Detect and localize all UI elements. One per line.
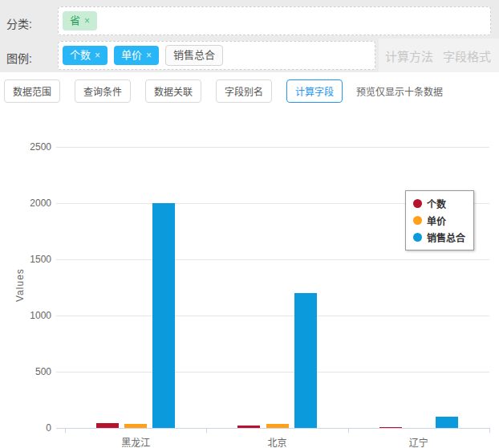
- legend-marker-icon: [413, 233, 422, 242]
- remove-tag-icon[interactable]: ×: [84, 11, 90, 31]
- remove-tag-icon[interactable]: ×: [95, 46, 100, 65]
- bar-chart: Values 05001000150020002500黑龙江北京辽宁 个数 单价…: [0, 128, 499, 448]
- y-tick-label: 1000: [19, 310, 51, 321]
- tag-unit-price-label: 单价: [121, 46, 142, 65]
- tag-unit-price[interactable]: 单价 ×: [114, 46, 159, 65]
- y-gridline: [56, 316, 489, 316]
- tag-sales-total-label: 销售总合: [173, 46, 215, 65]
- chart-bar: [96, 423, 119, 428]
- legend-field-label: 图例:: [6, 50, 32, 66]
- y-tick-label: 1500: [19, 254, 51, 265]
- tag-count-label: 个数: [70, 46, 91, 65]
- y-gridline: [56, 259, 489, 260]
- field-actions-panel: 计算方法 字段格式: [379, 39, 499, 72]
- toolbar: 数据范围 查询条件 数据关联 字段别名 计算字段 预览仅显示十条数据: [4, 79, 443, 103]
- y-tick-label: 500: [19, 366, 51, 377]
- x-category-label: 辽宁: [371, 435, 467, 448]
- tag-province[interactable]: 省 ×: [63, 11, 97, 31]
- data-range-button[interactable]: 数据范围: [4, 79, 60, 103]
- chart-bar: [436, 417, 458, 428]
- chart-bar: [124, 424, 147, 428]
- query-condition-button[interactable]: 查询条件: [75, 79, 131, 103]
- legend-marker-icon: [413, 216, 422, 225]
- y-gridline: [56, 147, 489, 148]
- legend-item-count[interactable]: 个数: [413, 197, 465, 210]
- x-axis-tick: [206, 428, 207, 433]
- classify-drop-zone[interactable]: 省 ×: [58, 6, 491, 35]
- legend-item-unit-price[interactable]: 单价: [413, 214, 465, 227]
- field-mapping-panel: 分类: 省 × 图例: 个数 × 单价 × 销售总合 计算方法 字段格式: [0, 0, 499, 72]
- tag-count[interactable]: 个数 ×: [63, 46, 108, 65]
- field-format-action: 字段格式: [443, 47, 491, 64]
- x-category-label: 北京: [229, 435, 326, 448]
- classify-label: 分类:: [6, 15, 32, 31]
- tag-province-label: 省: [70, 11, 80, 31]
- legend-item-sales-total[interactable]: 销售总合: [413, 230, 465, 244]
- x-axis-line: [56, 428, 489, 429]
- x-category-label: 黑龙江: [87, 435, 184, 448]
- chart-bar: [379, 427, 402, 428]
- field-alias-button[interactable]: 字段别名: [216, 79, 272, 103]
- chart-bar: [294, 293, 317, 428]
- chart-bar: [266, 424, 289, 428]
- x-axis-tick: [348, 428, 349, 433]
- y-tick-label: 2000: [19, 198, 51, 209]
- calculated-field-button[interactable]: 计算字段: [286, 79, 343, 103]
- preview-note: 预览仅显示十条数据: [356, 84, 443, 98]
- legend-drop-zone[interactable]: 个数 × 单价 × 销售总合: [58, 41, 375, 70]
- chart-legend: 个数 单价 销售总合: [405, 190, 474, 250]
- remove-tag-icon[interactable]: ×: [146, 46, 152, 65]
- legend-marker-icon: [413, 199, 422, 208]
- y-gridline: [56, 372, 489, 373]
- y-tick-label: 0: [19, 422, 51, 434]
- y-tick-label: 2500: [19, 141, 51, 153]
- plot-area: 05001000150020002500黑龙江北京辽宁: [0, 128, 499, 448]
- x-axis-tick: [489, 428, 490, 433]
- data-association-button[interactable]: 数据关联: [145, 79, 201, 103]
- chart-bar: [152, 203, 175, 428]
- tag-sales-total[interactable]: 销售总合: [165, 45, 223, 66]
- x-axis-tick: [65, 428, 66, 433]
- chart-bar: [237, 426, 260, 429]
- calc-method-action: 计算方法: [385, 47, 433, 64]
